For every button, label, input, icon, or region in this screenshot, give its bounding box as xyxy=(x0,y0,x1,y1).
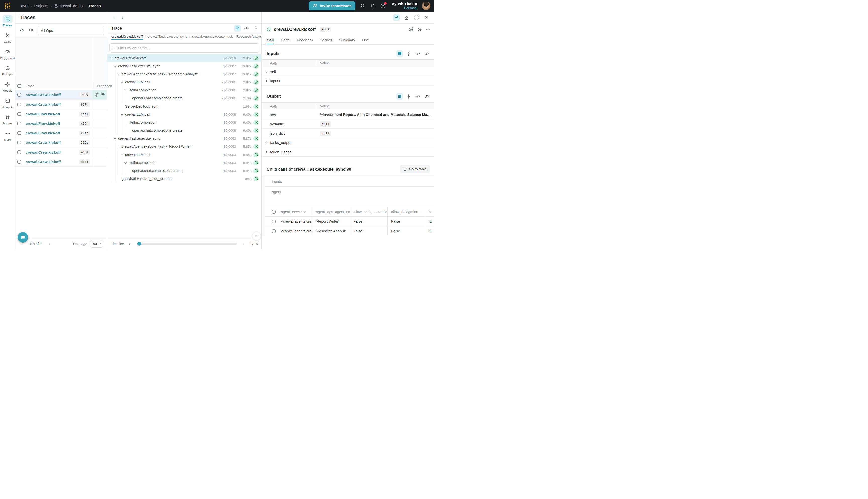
trace-tree-row[interactable]: litellm.completion $0.0006 9.40s xyxy=(107,118,261,126)
chevron-right-icon[interactable] xyxy=(265,150,268,153)
trace-tree-row[interactable]: crewai.Agent.execute_task - 'Report Writ… xyxy=(107,143,261,150)
invite-teammates-button[interactable]: Invite teammates xyxy=(309,1,356,10)
tree-view-icon[interactable] xyxy=(234,25,241,32)
tab-scores[interactable]: Scores xyxy=(320,38,332,45)
row-checkbox[interactable] xyxy=(17,102,21,106)
table-row[interactable]: crewai.Flow.kickoff c5ff xyxy=(15,129,107,138)
chevron-right-icon[interactable] xyxy=(265,70,268,73)
row-checkbox[interactable] xyxy=(272,220,275,223)
next-page-button[interactable]: › xyxy=(46,242,52,246)
trace-tree-row[interactable]: litellm.completion <$0.0001 2.82s xyxy=(107,86,261,94)
table-row[interactable]: crewai.Flow.kickoff eab1 xyxy=(15,109,107,119)
trace-link[interactable]: crewai.Crew.kickoff xyxy=(26,102,61,107)
trace-link[interactable]: crewai.Flow.kickoff xyxy=(26,131,60,135)
trace-link[interactable]: crewai.Crew.kickoff xyxy=(26,93,61,97)
table-row[interactable]: crewai.Crew.kickoff e058 xyxy=(15,147,107,157)
row-checkbox[interactable] xyxy=(17,93,21,97)
scroll-to-top-button[interactable] xyxy=(252,232,261,241)
breadcrumb-projects[interactable]: Projects xyxy=(34,3,48,8)
feedback-column-header[interactable]: Feedback xyxy=(93,82,107,90)
go-to-table-button[interactable]: Go to table xyxy=(400,165,430,173)
output-row-tasks-output[interactable]: tasks_output xyxy=(262,138,434,147)
column-header[interactable]: b xyxy=(425,207,434,216)
prev-sibling-button[interactable]: ↑ xyxy=(110,14,118,21)
sidebar-item-playground[interactable]: Playground xyxy=(0,48,15,60)
sidebar-item-scorers[interactable]: Scorers xyxy=(0,113,15,125)
input-row-inputs[interactable]: inputs xyxy=(262,76,434,86)
expand-collapse-icon[interactable] xyxy=(405,93,412,100)
chevron-down-icon[interactable] xyxy=(113,138,116,139)
table-row[interactable]: crewai.Flow.kickoff c59f xyxy=(15,119,107,129)
code-view-icon[interactable]: </> xyxy=(414,93,421,100)
add-reaction-icon[interactable] xyxy=(409,27,413,32)
chevron-right-icon[interactable] xyxy=(265,80,268,82)
chevron-down-icon[interactable] xyxy=(117,74,120,75)
column-header[interactable]: allow_code_execution xyxy=(350,207,387,216)
tab-summary[interactable]: Summary xyxy=(339,38,355,45)
sidebar-item-models[interactable]: Models xyxy=(0,81,15,92)
input-row-self[interactable]: self xyxy=(262,67,434,76)
trace-tree-row[interactable]: openai.chat.completions.create $0.0006 9… xyxy=(107,126,261,134)
wandb-logo-icon[interactable] xyxy=(3,1,12,10)
comment-icon[interactable] xyxy=(418,27,422,32)
row-checkbox[interactable] xyxy=(17,160,21,163)
tab-code[interactable]: Code xyxy=(281,38,290,45)
code-view-icon[interactable]: </> xyxy=(414,50,421,57)
tab-use[interactable]: Use xyxy=(362,38,369,45)
ops-filter-select[interactable]: All Ops xyxy=(38,26,104,35)
row-checkbox[interactable] xyxy=(17,112,21,116)
op-filter-input[interactable] xyxy=(118,46,257,50)
hide-values-eye-icon[interactable] xyxy=(423,50,430,57)
avatar[interactable] xyxy=(422,1,431,10)
trace-tree-row[interactable]: openai.chat.completions.create $0.0003 5… xyxy=(107,167,261,175)
timeline-prev-button[interactable]: ‹ xyxy=(126,242,133,246)
select-all-checkbox[interactable] xyxy=(272,210,275,214)
trace-link[interactable]: crewai.Crew.kickoff xyxy=(26,160,61,164)
row-checkbox[interactable] xyxy=(17,141,21,145)
chevron-down-icon[interactable] xyxy=(124,122,127,123)
table-row[interactable]: crewai.Crew.kickoff a17d xyxy=(15,157,107,167)
sidebar-item-evals[interactable]: Evals xyxy=(0,32,15,43)
chat-widget-button[interactable] xyxy=(17,232,28,243)
select-all-checkbox[interactable] xyxy=(17,84,21,88)
trace-tree-row[interactable]: SerperDevTool._run 1.66s xyxy=(107,102,261,110)
row-checkbox[interactable] xyxy=(272,229,275,233)
code-view-icon[interactable]: </> xyxy=(243,25,250,32)
chevron-down-icon[interactable] xyxy=(117,146,120,147)
trace-tree-row[interactable]: openai.chat.completions.create <$0.0001 … xyxy=(107,94,261,102)
row-checkbox[interactable] xyxy=(17,150,21,154)
trace-tree-row[interactable]: crewai.Task.execute_sync $0.0003 5.87s xyxy=(107,134,261,143)
trace-link[interactable]: crewai.Crew.kickoff xyxy=(26,141,61,145)
trace-tree-row[interactable]: crewai.LLM.call $0.0006 9.40s xyxy=(107,110,261,118)
group-header-inputs[interactable]: inputs xyxy=(265,177,434,187)
trace-tree-row[interactable]: guardrail-validate_blog_content 0ms xyxy=(107,175,261,183)
stack-crumb[interactable]: crewai.Crew.kickoff xyxy=(111,35,143,40)
refresh-icon[interactable] xyxy=(18,27,26,34)
table-row[interactable]: crewai.Crew.kickoff 9d89 xyxy=(15,90,107,100)
output-row-token-usage[interactable]: token_usage xyxy=(262,147,434,157)
trace-tree-row[interactable]: crewai.LLM.call <$0.0001 2.82s xyxy=(107,78,261,86)
column-header[interactable]: allow_delegation xyxy=(387,207,425,216)
hide-values-eye-icon[interactable] xyxy=(423,93,430,100)
list-view-icon[interactable] xyxy=(396,50,403,57)
sidebar-item-traces[interactable]: Traces xyxy=(0,15,15,27)
chevron-down-icon[interactable] xyxy=(120,154,124,155)
output-row-pydantic[interactable]: pydantic null xyxy=(262,119,434,129)
flame-graph-icon[interactable] xyxy=(252,25,259,32)
trace-tree-row[interactable]: crewai.Agent.execute_task - 'Research An… xyxy=(107,70,261,78)
comment-icon[interactable] xyxy=(101,93,105,97)
table-row[interactable]: <crewai.agents.cre... 'Report Writer' Fa… xyxy=(265,217,434,227)
sidebar-item-more[interactable]: More xyxy=(0,130,15,141)
table-row[interactable]: <crewai.agents.cre... 'Research Analyst'… xyxy=(265,227,434,236)
tree-view-icon[interactable] xyxy=(393,14,400,21)
timeline-next-button[interactable]: › xyxy=(240,242,247,246)
add-reaction-icon[interactable] xyxy=(95,93,99,97)
chevron-down-icon[interactable] xyxy=(110,58,113,59)
sidebar-item-prompts[interactable]: Prompts xyxy=(0,64,15,76)
trace-tree-row[interactable]: crewai.Task.execute_sync $0.0007 13.92s xyxy=(107,62,261,70)
breadcrumb-project[interactable]: crewai_demo xyxy=(54,3,83,8)
chevron-right-icon[interactable] xyxy=(265,141,268,144)
stack-crumb[interactable]: crewai.Agent.execute_task - 'Research An… xyxy=(192,35,261,38)
list-view-icon[interactable] xyxy=(396,93,403,100)
trace-link[interactable]: crewai.Flow.kickoff xyxy=(26,112,60,116)
